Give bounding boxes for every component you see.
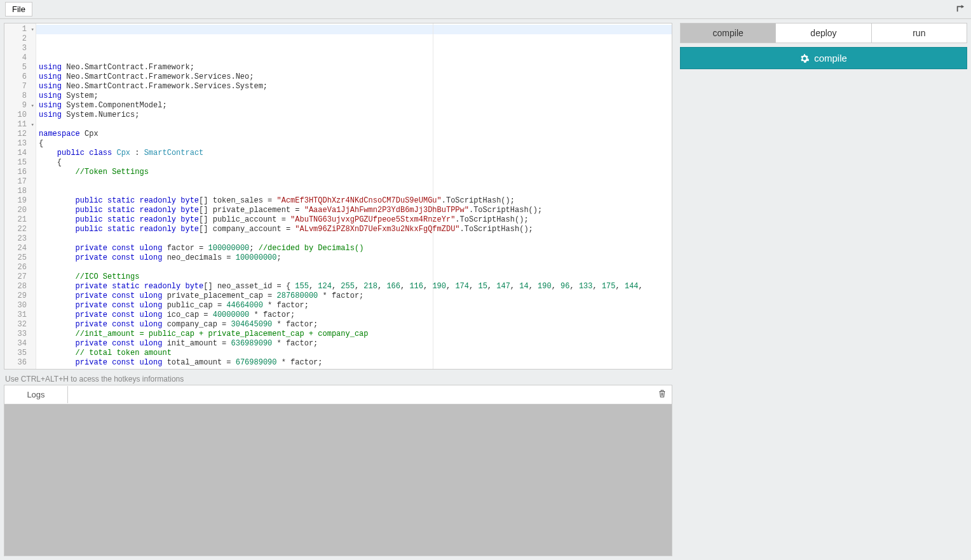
line-number: 19 (4, 196, 36, 206)
line-number: 9▾ (4, 101, 36, 110)
tab-compile[interactable]: compile (680, 23, 776, 43)
code-line[interactable]: using System; (39, 91, 669, 101)
code-line[interactable]: private const ulong init_amount = 636989… (39, 339, 669, 349)
code-line[interactable]: private const ulong company_cap = 304645… (39, 320, 669, 330)
line-number: 29 (4, 291, 36, 301)
line-number: 14 (4, 149, 36, 158)
logs-output[interactable] (4, 404, 672, 556)
line-number: 20 (4, 206, 36, 215)
code-line[interactable]: public static readonly byte[] company_ac… (39, 225, 669, 234)
line-number: 11▾ (4, 120, 36, 130)
left-column: 1▾23456789▾1011▾121314151617181920212223… (0, 19, 676, 560)
line-number: 31 (4, 310, 36, 320)
logs-tabs: Logs (4, 385, 672, 404)
line-number: 33 (4, 330, 36, 339)
editor-code[interactable]: using Neo.SmartContract.Framework;using … (36, 23, 672, 369)
compile-button-label: compile (814, 53, 847, 63)
fold-icon[interactable]: ▾ (31, 25, 34, 35)
line-number: 6 (4, 72, 36, 82)
line-number: 27 (4, 272, 36, 282)
line-number: 2 (4, 34, 36, 44)
code-line[interactable]: //init_amount = public_cap + private_pla… (39, 330, 669, 339)
line-number: 8 (4, 91, 36, 101)
line-number: 13 (4, 139, 36, 149)
active-line-highlight (36, 25, 672, 34)
line-number: 18 (4, 187, 36, 196)
code-line[interactable] (39, 368, 669, 369)
code-editor[interactable]: 1▾23456789▾1011▾121314151617181920212223… (4, 23, 672, 370)
editor-gutter: 1▾23456789▾1011▾121314151617181920212223… (4, 23, 36, 369)
line-number: 32 (4, 320, 36, 330)
code-line[interactable]: { (39, 158, 669, 168)
code-line[interactable]: using Neo.SmartContract.Framework.Servic… (39, 72, 669, 82)
code-line[interactable]: public static readonly byte[] private_pl… (39, 206, 669, 215)
line-number: 16 (4, 168, 36, 177)
code-line[interactable] (39, 187, 669, 196)
action-tabs: compile deploy run (680, 23, 967, 47)
code-line[interactable]: public static readonly byte[] token_sale… (39, 196, 669, 206)
code-line[interactable]: private static readonly byte[] neo_asset… (39, 282, 669, 291)
compile-button[interactable]: compile (680, 47, 967, 69)
code-line[interactable]: using Neo.SmartContract.Framework.Servic… (39, 82, 669, 91)
line-number: 12 (4, 130, 36, 139)
code-line[interactable] (39, 177, 669, 187)
line-number: 22 (4, 225, 36, 234)
file-menu-button[interactable]: File (5, 2, 32, 17)
line-number: 7 (4, 82, 36, 91)
code-line[interactable]: public class Cpx : SmartContract (39, 149, 669, 158)
code-line[interactable]: //ICO Settings (39, 272, 669, 282)
fold-icon[interactable]: ▾ (31, 102, 34, 111)
line-number: 3 (4, 44, 36, 53)
line-number: 4 (4, 53, 36, 63)
clear-logs-icon[interactable] (653, 389, 672, 400)
code-line[interactable]: // total token amount (39, 349, 669, 358)
main-layout: 1▾23456789▾1011▾121314151617181920212223… (0, 19, 971, 560)
code-line[interactable] (39, 263, 669, 272)
line-number: 1▾ (4, 25, 36, 34)
logs-panel: Logs (4, 385, 672, 556)
top-bar: File (0, 0, 971, 19)
line-number: 21 (4, 215, 36, 225)
line-number: 26 (4, 263, 36, 272)
code-line[interactable]: using Neo.SmartContract.Framework; (39, 63, 669, 72)
line-number: 28 (4, 282, 36, 291)
gear-icon (800, 54, 809, 63)
line-number: 23 (4, 234, 36, 244)
code-line[interactable] (39, 120, 669, 130)
tab-run[interactable]: run (872, 23, 967, 43)
tab-deploy[interactable]: deploy (776, 23, 871, 43)
code-line[interactable]: private const ulong ico_cap = 40000000 *… (39, 310, 669, 320)
share-icon[interactable] (956, 4, 965, 15)
line-number: 30 (4, 301, 36, 310)
line-number: 35 (4, 349, 36, 358)
fold-icon[interactable]: ▾ (31, 121, 34, 130)
line-number: 24 (4, 244, 36, 253)
code-line[interactable]: namespace Cpx (39, 130, 669, 139)
line-number: 15 (4, 158, 36, 168)
code-line[interactable]: private const ulong factor = 100000000; … (39, 244, 669, 253)
code-line[interactable]: private const ulong public_cap = 4466400… (39, 301, 669, 310)
code-line[interactable]: { (39, 139, 669, 149)
right-column: compile deploy run compile (676, 19, 971, 560)
hotkey-hint: Use CTRL+ALT+H to acess the hotkeys info… (0, 373, 676, 385)
code-line[interactable]: private const ulong private_placement_ca… (39, 291, 669, 301)
code-line[interactable]: //Token Settings (39, 168, 669, 177)
line-number: 36 (4, 358, 36, 368)
logs-tab[interactable]: Logs (4, 386, 68, 403)
code-line[interactable]: using System.Numerics; (39, 110, 669, 120)
code-line[interactable]: using System.ComponentModel; (39, 101, 669, 110)
code-line[interactable] (39, 234, 669, 244)
line-number: 25 (4, 253, 36, 263)
line-number: 17 (4, 177, 36, 187)
code-line[interactable]: public static readonly byte[] public_acc… (39, 215, 669, 225)
code-line[interactable]: private const ulong neo_decimals = 10000… (39, 253, 669, 263)
line-number: 10 (4, 110, 36, 120)
line-number: 5 (4, 63, 36, 72)
code-line[interactable]: private const ulong total_amount = 67698… (39, 358, 669, 368)
line-number: 34 (4, 339, 36, 349)
